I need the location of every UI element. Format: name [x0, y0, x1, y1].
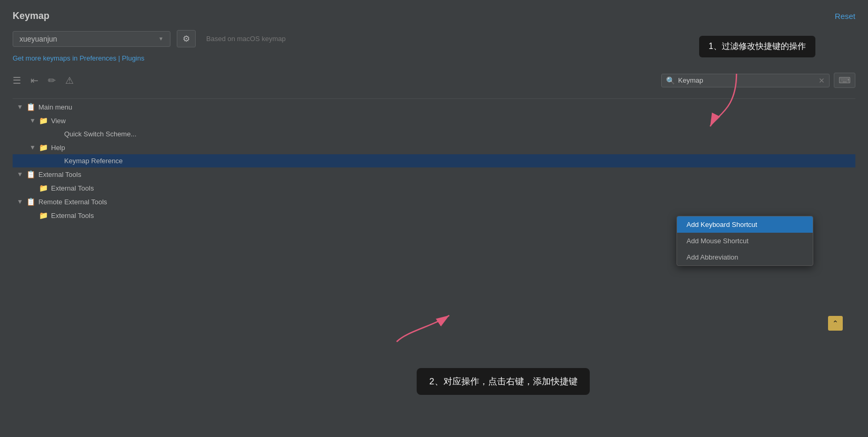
folder-remote-ext-icon: 📁: [39, 211, 48, 220]
fold-icon: ⌃: [832, 319, 839, 327]
folder-view-icon: 📁: [39, 116, 48, 125]
external-tools-label: External Tools: [51, 184, 94, 192]
find-icon: ⌨: [839, 76, 851, 85]
add-mouse-shortcut-label: Add Mouse Shortcut: [687, 237, 749, 245]
view-label: View: [51, 117, 66, 125]
find-shortcut-button[interactable]: ⌨: [834, 73, 855, 88]
context-menu-add-abbreviation[interactable]: Add Abbreviation: [677, 249, 813, 265]
based-on-text: Based on macOS keymap: [206, 35, 286, 43]
help-label: Help: [51, 144, 65, 152]
chevron-down-icon: ▼: [158, 36, 164, 42]
context-menu-add-keyboard-shortcut[interactable]: Add Keyboard Shortcut: [677, 216, 813, 233]
clear-search-icon[interactable]: ✕: [819, 76, 825, 85]
expand-arrow-main-menu: ▼: [17, 103, 24, 111]
toolbar-left: ☰ ⇤ ✏ ⚠: [13, 75, 74, 86]
edit-icon[interactable]: ✏: [48, 75, 56, 86]
keymap-highlight: Keymap: [64, 157, 89, 165]
settings-button[interactable]: ⚙: [177, 30, 196, 47]
external-tools-group-label: External Tools: [38, 171, 81, 178]
tree-area: ▼ 📋 Main menu ▼ 📁 View Quick Switch Sche…: [13, 100, 855, 426]
tree-item-help[interactable]: ▼ 📁 Help: [13, 141, 855, 154]
keymap-name: xueyuanjun: [19, 35, 57, 43]
keymap-dropdown[interactable]: xueyuanjun ▼: [13, 31, 170, 47]
keymap-reference-label: Keymap Reference: [64, 157, 123, 165]
expand-arrow-view: ▼: [29, 117, 37, 124]
expand-arrow-remote-group: ▼: [17, 198, 24, 205]
quick-switch-label: Quick Switch Scheme...: [64, 130, 136, 138]
search-input[interactable]: [678, 76, 819, 84]
keymap-panel: Keymap Reset xueyuanjun ▼ ⚙ Based on mac…: [0, 0, 868, 437]
expand-arrow-ext-group: ▼: [17, 171, 24, 178]
add-keyboard-shortcut-label: Add Keyboard Shortcut: [687, 221, 757, 229]
tree-item-keymap-reference[interactable]: Keymap Reference: [13, 154, 855, 167]
folder-ext-icon: 📁: [39, 184, 48, 192]
gear-icon: ⚙: [183, 34, 190, 44]
expand-all-icon[interactable]: ☰: [13, 75, 21, 86]
plugins-link[interactable]: Get more keymaps in Preferences | Plugin…: [13, 54, 145, 62]
folder-help-icon: 📁: [39, 143, 48, 152]
main-menu-label: Main menu: [38, 103, 72, 111]
header-row: Keymap Reset: [13, 11, 855, 22]
search-area: 🔍 ✕ ⌨: [661, 73, 855, 88]
search-icon: 🔍: [666, 76, 675, 85]
collapse-all-icon[interactable]: ⇤: [31, 75, 38, 86]
remote-external-tools-label: External Tools: [51, 212, 94, 220]
tooltip-1: 1、过滤修改快捷键的操作: [699, 36, 815, 57]
fold-button[interactable]: ⌃: [828, 316, 843, 331]
folder-main-menu-icon: 📋: [26, 103, 35, 111]
expand-arrow-help: ▼: [29, 144, 37, 151]
tree-item-remote-ext-group[interactable]: ▼ 📋 Remote External Tools: [13, 195, 855, 208]
add-abbreviation-label: Add Abbreviation: [687, 253, 738, 261]
tree-item-external-tools-group[interactable]: ▼ 📋 External Tools: [13, 167, 855, 181]
reset-button[interactable]: Reset: [835, 12, 855, 21]
arrow-1-icon: [705, 68, 747, 133]
context-menu-add-mouse-shortcut[interactable]: Add Mouse Shortcut: [677, 233, 813, 249]
folder-remote-group-icon: 📋: [26, 197, 35, 206]
context-menu: Add Keyboard Shortcut Add Mouse Shortcut…: [677, 216, 813, 266]
tooltip-2: 2、对应操作，点击右键，添加快捷键: [417, 368, 590, 395]
folder-ext-group-icon: 📋: [26, 170, 35, 178]
tree-item-external-tools[interactable]: 📁 External Tools: [13, 181, 855, 195]
warning-icon[interactable]: ⚠: [65, 75, 74, 86]
remote-external-tools-group-label: Remote External Tools: [38, 198, 107, 206]
arrow-2-icon: [391, 305, 455, 349]
page-title: Keymap: [13, 11, 49, 22]
